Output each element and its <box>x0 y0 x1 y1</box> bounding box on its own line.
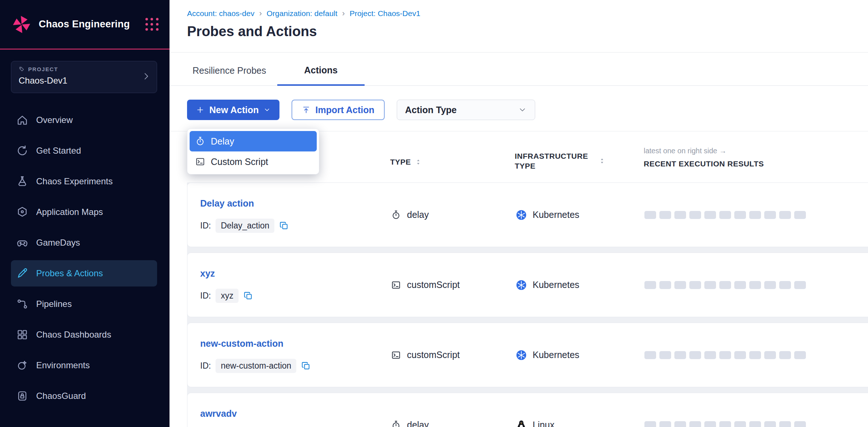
execution-result-placeholder <box>659 211 671 219</box>
type-label: customScript <box>407 350 460 360</box>
tab-actions[interactable]: Actions <box>277 65 365 86</box>
import-action-label: Import Action <box>315 105 374 115</box>
script-icon <box>391 280 401 290</box>
type-cell: customScript <box>391 253 460 317</box>
dashboard-grid-icon <box>16 328 28 341</box>
execution-result-placeholder <box>779 351 791 359</box>
infrastructure-label: Linux <box>533 420 555 427</box>
action-type-filter-label: Action Type <box>405 105 457 115</box>
kubernetes-icon <box>515 209 527 221</box>
script-icon <box>391 350 401 360</box>
breadcrumb-project-link[interactable]: Project: Chaos-Dev1 <box>350 9 420 18</box>
page-title: Probes and Actions <box>187 24 868 39</box>
execution-result-placeholder <box>734 351 746 359</box>
execution-result-placeholder <box>644 421 656 427</box>
action-name-link[interactable]: xyz <box>200 268 215 279</box>
action-name-link[interactable]: new-custom-action <box>200 338 283 349</box>
execution-result-placeholder <box>689 211 701 219</box>
sidebar-item-label: Environments <box>36 360 90 370</box>
breadcrumb: Account: chaos-dev › Organization: defau… <box>187 9 868 18</box>
table-row: xyz ID: xyz customScript Kubernetes <box>187 253 868 317</box>
flask-icon <box>16 175 28 188</box>
tab-resilience-probes[interactable]: Resilience Probes <box>190 65 269 85</box>
project-name: Chaos-Dev1 <box>19 76 149 86</box>
sidebar-item-label: Chaos Dashboards <box>36 330 111 340</box>
module-switcher-icon[interactable] <box>145 18 159 31</box>
action-id: ID: new-custom-action <box>200 359 311 373</box>
chevron-down-icon <box>518 105 527 114</box>
execution-result-placeholder <box>674 351 686 359</box>
copy-icon[interactable] <box>301 361 311 371</box>
execution-result-placeholder <box>674 421 686 427</box>
execution-result-placeholder <box>794 211 806 219</box>
pen-icon <box>16 267 28 280</box>
execution-result-placeholder <box>764 281 776 289</box>
execution-result-placeholder <box>644 351 656 359</box>
toolbar: New Action Import Action Action Type <box>170 100 868 120</box>
id-value: Delay_action <box>216 219 274 233</box>
sort-icon <box>415 158 422 166</box>
execution-result-placeholder <box>764 351 776 359</box>
script-icon <box>195 157 205 167</box>
sidebar-item-chaos-dashboards[interactable]: Chaos Dashboards <box>11 322 157 348</box>
column-header-infrastructure-type[interactable]: INFRASTRUCTURE TYPE <box>515 151 606 171</box>
breadcrumb-separator: › <box>342 9 345 18</box>
environment-icon <box>16 359 28 372</box>
execution-result-placeholder <box>749 351 761 359</box>
breadcrumb-account-link[interactable]: Account: chaos-dev <box>187 9 254 18</box>
sidebar-item-label: Application Maps <box>36 207 103 217</box>
stopwatch-icon <box>391 420 401 427</box>
get-started-icon <box>16 145 28 157</box>
menu-item-custom-script[interactable]: Custom Script <box>190 151 317 172</box>
menu-item-delay[interactable]: Delay <box>190 131 317 151</box>
type-label: customScript <box>407 280 460 290</box>
table-row: Delay action ID: Delay_action delay Kube… <box>187 182 868 247</box>
execution-result-placeholder <box>719 351 731 359</box>
execution-result-placeholder <box>749 211 761 219</box>
results-hint: latest one on right side → <box>644 147 764 155</box>
execution-result-placeholder <box>659 421 671 427</box>
execution-result-placeholder <box>719 211 731 219</box>
project-label: PROJECT <box>19 66 149 72</box>
new-action-button[interactable]: New Action <box>187 100 279 120</box>
infrastructure-cell: Kubernetes <box>515 183 579 247</box>
sidebar-item-chaosguard[interactable]: ChaosGuard <box>11 383 157 409</box>
tab-bar: Resilience Probes Actions <box>170 53 868 86</box>
column-header-label: RECENT EXECUTION RESULTS <box>644 159 764 168</box>
actions-table: Delay action ID: Delay_action delay Kube… <box>187 182 868 427</box>
sidebar-item-chaos-experiments[interactable]: Chaos Experiments <box>11 168 157 195</box>
import-action-button[interactable]: Import Action <box>292 100 385 120</box>
recent-execution-results <box>644 253 806 317</box>
infrastructure-cell: Kubernetes <box>515 323 579 387</box>
app-root: Chaos Engineering PROJECT Chaos-Dev1 Ove… <box>0 0 868 427</box>
sidebar-item-gamedays[interactable]: GameDays <box>11 230 157 256</box>
copy-icon[interactable] <box>279 221 289 231</box>
action-type-filter[interactable]: Action Type <box>397 100 535 120</box>
infrastructure-label: Kubernetes <box>533 280 579 290</box>
action-name-link[interactable]: awrvadv <box>200 408 237 419</box>
infrastructure-label: Kubernetes <box>533 350 579 360</box>
sidebar-item-environments[interactable]: Environments <box>11 352 157 378</box>
sidebar-item-application-maps[interactable]: Application Maps <box>11 199 157 225</box>
execution-result-placeholder <box>794 281 806 289</box>
copy-icon[interactable] <box>243 291 253 301</box>
sidebar-item-overview[interactable]: Overview <box>11 107 157 133</box>
breadcrumb-organization-link[interactable]: Organization: default <box>267 9 338 18</box>
sidebar-item-pipelines[interactable]: Pipelines <box>11 291 157 317</box>
action-name-link[interactable]: Delay action <box>200 198 254 209</box>
execution-result-placeholder <box>764 211 776 219</box>
execution-result-placeholder <box>689 421 701 427</box>
column-header-type[interactable]: TYPE <box>390 158 422 166</box>
execution-result-placeholder <box>704 281 716 289</box>
tag-icon <box>19 66 25 72</box>
project-selector[interactable]: PROJECT Chaos-Dev1 <box>11 61 157 93</box>
pipeline-icon <box>16 298 28 310</box>
new-action-label: New Action <box>209 105 259 115</box>
chevron-right-icon <box>141 72 151 82</box>
sidebar-item-label: Chaos Experiments <box>36 176 113 186</box>
sidebar-item-get-started[interactable]: Get Started <box>11 138 157 164</box>
sidebar-item-probes-actions[interactable]: Probes & Actions <box>11 260 157 286</box>
chaos-logo-icon[interactable] <box>11 14 32 35</box>
sort-icon <box>598 157 606 165</box>
sidebar-header: Chaos Engineering <box>0 0 170 50</box>
